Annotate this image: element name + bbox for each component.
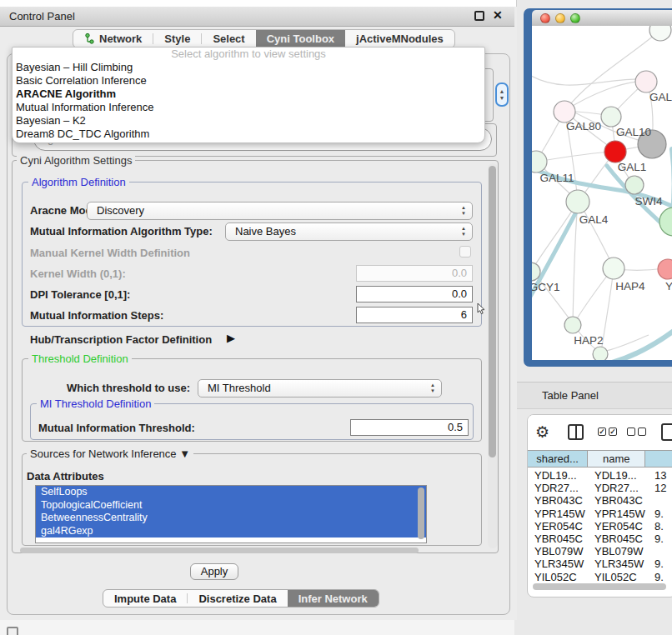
dropdown-item[interactable]: Mutual Information Inference xyxy=(13,101,484,114)
network-node[interactable] xyxy=(603,258,624,279)
mi-algorithm-type-label: Mutual Information Algorithm Type: xyxy=(30,225,213,238)
network-node[interactable] xyxy=(635,71,657,92)
network-node[interactable] xyxy=(659,208,672,236)
focused-combobox-stepper[interactable]: ▲ ▼ xyxy=(495,82,509,107)
panel-title: Control Panel xyxy=(9,10,75,22)
combobox-value: Discovery xyxy=(97,204,144,217)
table-row[interactable]: YBR043CYBR043C xyxy=(528,494,672,507)
list-item[interactable]: BetweennessCentrality xyxy=(36,512,426,525)
deselect-all-icon[interactable] xyxy=(638,428,646,436)
minimized-panel-icon[interactable] xyxy=(7,627,18,635)
table-row[interactable]: YIL052CYIL052C9. xyxy=(528,571,672,582)
data-attributes-label: Data Attributes xyxy=(27,470,104,482)
kernel-width-label: Kernel Width (0,1): xyxy=(30,268,126,280)
list-item[interactable]: SelfLoops xyxy=(36,486,426,499)
table-row[interactable]: YDR27...YDR27...12 xyxy=(528,482,672,494)
select-all-icon[interactable]: ✓ xyxy=(609,428,617,436)
table-header-row: shared... name xyxy=(528,450,672,468)
dpi-tolerance-label: DPI Tolerance [0,1]: xyxy=(30,288,130,301)
node-label: GAL80 xyxy=(566,120,601,132)
tab-infer-network[interactable]: Infer Network xyxy=(288,590,379,607)
mi-threshold-field[interactable]: 0.5 xyxy=(350,419,469,436)
table-row[interactable]: YER054CYER054C8. xyxy=(528,520,672,532)
network-node[interactable] xyxy=(649,26,671,41)
tab-cyni-toolbox[interactable]: Cyni Toolbox xyxy=(256,30,345,48)
network-node[interactable] xyxy=(601,107,621,127)
stepper-icon: ▲▼ xyxy=(461,226,466,238)
manual-kernel-checkbox[interactable] xyxy=(459,246,471,258)
table-row[interactable]: YPR145WYPR145W9. xyxy=(528,508,672,520)
tab-discretize-data[interactable]: Discretize Data xyxy=(188,590,287,607)
combobox-value: Naive Bayes xyxy=(235,225,296,238)
zoom-traffic-light[interactable] xyxy=(570,13,580,23)
deselect-all-icon[interactable] xyxy=(627,428,635,436)
select-all-icon[interactable]: ✓ xyxy=(598,428,606,436)
node-label: GAL4 xyxy=(579,213,609,226)
network-node-selected[interactable] xyxy=(604,141,626,162)
network-node[interactable] xyxy=(658,259,672,279)
network-node-labels: GAL GAL80 GAL10 GAL1 GAL11 GAL4 SWI4 GCY… xyxy=(532,91,672,347)
tab-impute-data[interactable]: Impute Data xyxy=(103,590,187,607)
mi-steps-field[interactable]: 6 xyxy=(356,307,473,323)
column-header-shared-name[interactable]: shared... xyxy=(528,451,588,467)
network-node[interactable] xyxy=(625,176,644,194)
mi-algorithm-type-combobox[interactable]: Naive Bayes ▲▼ xyxy=(225,222,473,241)
dropdown-item[interactable]: Bayesian – Hill Climbing xyxy=(13,61,484,74)
table-row[interactable]: YDL19...YDL19...13 xyxy=(528,469,672,482)
float-window-icon[interactable] xyxy=(474,11,484,21)
list-item[interactable]: TopologicalCoefficient xyxy=(36,499,426,512)
stepper-up-icon: ▲ xyxy=(499,88,505,94)
network-nodes xyxy=(532,26,672,360)
function-builder-icon[interactable] xyxy=(661,423,672,441)
dropdown-item-selected[interactable]: ARACNE Algorithm xyxy=(13,88,484,101)
node-label: GAL11 xyxy=(539,172,574,184)
table-row[interactable]: YBR045CYBR045C9. xyxy=(528,532,672,545)
aracne-mode-combobox[interactable]: Discovery ▲▼ xyxy=(87,202,473,220)
column-header-clipped[interactable] xyxy=(645,451,672,467)
tab-select[interactable]: Select xyxy=(202,30,255,48)
settings-scrollbar-thumb[interactable] xyxy=(489,166,496,458)
control-panel-tabbar: Network Style Select Cyni Toolbox jActiv… xyxy=(73,29,455,48)
minimize-traffic-light[interactable] xyxy=(555,13,565,23)
tab-jactivemnodules[interactable]: jActiveMNodules xyxy=(345,30,454,48)
apply-button[interactable]: Apply xyxy=(190,563,238,580)
tab-style[interactable]: Style xyxy=(153,30,201,48)
tab-label: Select xyxy=(213,32,244,45)
table-row[interactable]: YBL079WYBL079W xyxy=(528,545,672,558)
close-traffic-light[interactable] xyxy=(540,13,550,23)
list-item[interactable]: gal4RGexp xyxy=(36,525,426,538)
settings-hscrollbar-thumb[interactable] xyxy=(20,548,419,553)
dpi-tolerance-field[interactable]: 0.0 xyxy=(356,286,473,302)
collapsed-arrow-icon[interactable]: ▶ xyxy=(227,332,235,344)
tab-label: Network xyxy=(99,32,142,45)
tab-network[interactable]: Network xyxy=(73,30,153,48)
dropdown-item[interactable]: Dream8 DC_TDC Algorithm xyxy=(13,128,484,141)
cyni-settings-title: Cyni Algorithm Settings xyxy=(17,154,135,167)
combobox-value: MI Threshold xyxy=(208,382,271,394)
dropdown-item[interactable]: Bayesian – K2 xyxy=(13,114,484,128)
node-label: HAP2 xyxy=(574,334,603,347)
table-row[interactable]: YLR345WYLR345W9. xyxy=(528,558,672,570)
close-icon[interactable]: ✕ xyxy=(493,8,503,22)
sources-title: Sources for Network Inference ▼ xyxy=(27,448,193,460)
expanded-arrow-icon[interactable]: ▼ xyxy=(179,448,190,460)
gear-icon[interactable]: ⚙ xyxy=(535,422,549,442)
dropdown-item[interactable]: Basic Correlation Inference xyxy=(13,74,484,88)
network-node[interactable] xyxy=(593,347,608,360)
node-label: GAL xyxy=(649,91,672,103)
data-attributes-list: SelfLoops TopologicalCoefficient Between… xyxy=(35,485,427,543)
network-node[interactable] xyxy=(564,317,581,333)
table-panel-title: Table Panel xyxy=(542,389,599,402)
kernel-width-field[interactable]: 0.0 xyxy=(356,265,473,282)
tab-label: Style xyxy=(164,32,190,45)
column-header-name[interactable]: name xyxy=(588,451,645,467)
network-canvas[interactable]: GAL GAL80 GAL10 GAL1 GAL11 GAL4 SWI4 GCY… xyxy=(532,26,672,360)
network-node[interactable] xyxy=(566,190,589,213)
which-threshold-combobox[interactable]: MI Threshold ▲▼ xyxy=(198,379,442,398)
node-label: GAL1 xyxy=(618,161,647,173)
list-scrollbar-thumb[interactable] xyxy=(418,488,424,539)
column-view-icon[interactable] xyxy=(568,424,584,440)
table-hscrollbar-thumb[interactable] xyxy=(533,583,666,590)
node-label: SWI4 xyxy=(634,195,662,208)
tab-label: Cyni Toolbox xyxy=(267,32,334,45)
